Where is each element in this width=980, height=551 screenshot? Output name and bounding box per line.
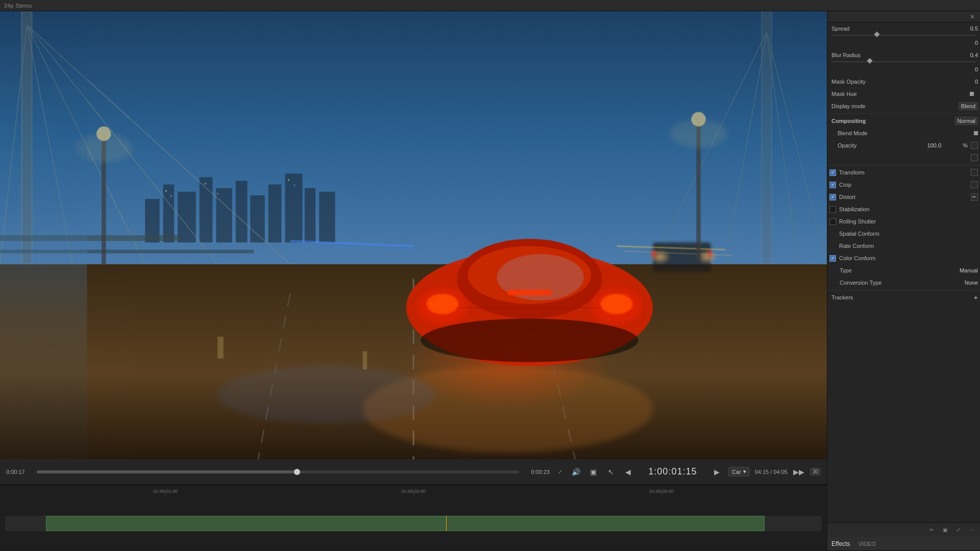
distort-row[interactable]: ✓ Distort ✏ — [827, 191, 980, 203]
main-area: 0:00:17 0:00:23 ⤢ 🔊 ▣ ↖ ◀ — [0, 11, 980, 551]
spread-value[interactable]: 0.5 — [952, 26, 978, 32]
svg-rect-7 — [250, 195, 264, 242]
timeline-clip[interactable] — [46, 516, 765, 531]
blur-slider[interactable] — [831, 61, 976, 62]
opacity-checkbox[interactable] — [971, 142, 978, 149]
transform-icon-btn[interactable] — [971, 169, 978, 176]
trackers-add-button[interactable]: + — [952, 293, 978, 302]
spread-label: Spread — [829, 26, 952, 32]
time-start: 0:00:17 — [6, 469, 32, 475]
effects-sublabel: VIDEO — [858, 541, 875, 547]
opacity-label: Opacity — [829, 142, 916, 148]
spacer — [827, 304, 980, 324]
view-button[interactable]: ▣ — [587, 466, 600, 478]
spread-slider[interactable] — [831, 35, 976, 36]
blend-mode-handle[interactable] — [974, 131, 978, 135]
stabilization-row[interactable]: Stabilization — [827, 203, 980, 215]
prev-button[interactable]: ◀ — [622, 466, 634, 478]
spread-value2[interactable]: 0 — [952, 40, 978, 46]
mask-hue-handle[interactable] — [970, 92, 974, 96]
timeline-playhead — [446, 516, 447, 531]
more-options-button[interactable]: ··· — [967, 525, 976, 535]
opacity-row: Opacity 100.0 % — [827, 139, 980, 152]
svg-rect-2 — [163, 185, 174, 243]
distort-icon-btn[interactable]: ✏ — [971, 193, 978, 201]
compositing-row: Compositing Normal — [827, 115, 980, 127]
crop-checkbox[interactable]: ✓ — [829, 182, 836, 188]
progress-bar[interactable] — [37, 470, 519, 473]
prev-icon: ◀ — [625, 468, 631, 476]
audio-button[interactable]: 🔊 — [570, 466, 582, 478]
divider-1 — [827, 113, 980, 114]
opacity-checkbox2[interactable] — [971, 154, 978, 161]
effects-bar: ✏ ▣ ⤢ ··· — [827, 522, 980, 537]
stabilization-checkbox[interactable] — [829, 206, 836, 213]
clip-dropdown-icon: ▾ — [743, 468, 746, 475]
type-row: Type Manual — [827, 264, 980, 277]
crop-check-icon: ✓ — [831, 182, 835, 187]
top-bar: 24p Stereo — [0, 0, 980, 11]
type-value: Manual — [952, 267, 978, 273]
pencil-button[interactable]: ✏ — [927, 525, 936, 535]
cursor-button[interactable]: ↖ — [605, 466, 617, 478]
timeline-track-area[interactable] — [0, 495, 827, 551]
mask-opacity-value[interactable]: 0 — [952, 79, 978, 85]
expand-button[interactable]: ⤢ — [555, 467, 565, 477]
distort-label: Distort — [839, 194, 968, 200]
svg-point-59 — [591, 288, 642, 324]
transform-row[interactable]: ✓ Transform — [827, 166, 980, 179]
rate-conform-row[interactable]: Rate Conform — [827, 240, 980, 252]
color-conform-label: Color Conform — [839, 255, 978, 261]
svg-rect-60 — [508, 290, 551, 295]
crop-row[interactable]: ✓ Crop — [827, 179, 980, 191]
timeline-area: 01:00:01:00 01:00:02:00 01:00:03:00 — [0, 485, 827, 551]
fps-value: 30 — [813, 469, 818, 474]
display-mode-value[interactable]: Blend — [959, 102, 978, 110]
trackers-row: Trackers + — [827, 291, 980, 304]
conversion-type-row: Conversion Type None — [827, 277, 980, 289]
rolling-shutter-checkbox[interactable] — [829, 218, 836, 225]
svg-rect-16 — [288, 180, 289, 181]
color-conform-check-icon: ✓ — [831, 256, 835, 261]
svg-point-68 — [670, 119, 728, 148]
transform-checkbox[interactable]: ✓ — [829, 169, 836, 176]
blend-mode-value[interactable]: Normal — [955, 117, 978, 125]
inspector-content[interactable]: Spread 0.5 0 Blur Radius 0.4 — [827, 22, 980, 522]
distort-checkbox[interactable]: ✓ — [829, 194, 836, 201]
blur-radius-value[interactable]: 0.4 — [952, 52, 978, 58]
transport-bar: 0:00:17 0:00:23 ⤢ 🔊 ▣ ↖ ◀ — [0, 459, 827, 485]
blur-value2[interactable]: 0 — [952, 66, 978, 72]
next-button[interactable]: ▶ — [711, 466, 723, 478]
svg-rect-13 — [170, 195, 172, 197]
video-canvas — [0, 11, 827, 459]
ruler-tick-3 — [662, 491, 662, 495]
frame-display: 04:15 / 04:05 — [755, 469, 788, 475]
right-panel: ✕ Spread 0.5 0 Blur Radius 0.4 — [827, 11, 980, 551]
video-container[interactable] — [0, 11, 827, 459]
mask-opacity-row: Mask Opacity 0 — [827, 76, 980, 88]
clip-selector[interactable]: Car ▾ — [728, 467, 750, 477]
jump-forward-button[interactable]: ▶▶ — [793, 466, 805, 478]
color-conform-checkbox[interactable]: ✓ — [829, 255, 836, 262]
opacity-row2 — [827, 152, 980, 164]
transform-check-icon: ✓ — [831, 170, 835, 175]
svg-rect-17 — [294, 185, 296, 186]
stabilization-label: Stabilization — [839, 206, 978, 212]
ruler-tick-1 — [165, 491, 166, 495]
display-mode-label: Display mode — [829, 103, 959, 109]
panel-close-button[interactable]: ✕ — [968, 12, 977, 21]
expand-icon-btn[interactable]: ⤢ — [953, 525, 963, 535]
progress-handle[interactable] — [294, 469, 300, 475]
timeline-track[interactable] — [5, 516, 822, 531]
crop-label: Crop — [839, 182, 968, 188]
conversion-type-label: Conversion Type — [829, 280, 952, 286]
rolling-shutter-row[interactable]: Rolling Shutter — [827, 215, 980, 228]
spatial-conform-row[interactable]: Spatial Conform — [827, 228, 980, 240]
crop-icon-btn[interactable] — [971, 181, 978, 188]
color-conform-row[interactable]: ✓ Color Conform — [827, 252, 980, 264]
opacity-value[interactable]: 100.0 — [916, 142, 941, 148]
fps-badge: 30 — [810, 468, 821, 475]
opacity-pct: % — [942, 142, 968, 148]
spatial-conform-label: Spatial Conform — [839, 231, 978, 237]
monitor-btn[interactable]: ▣ — [940, 525, 949, 535]
